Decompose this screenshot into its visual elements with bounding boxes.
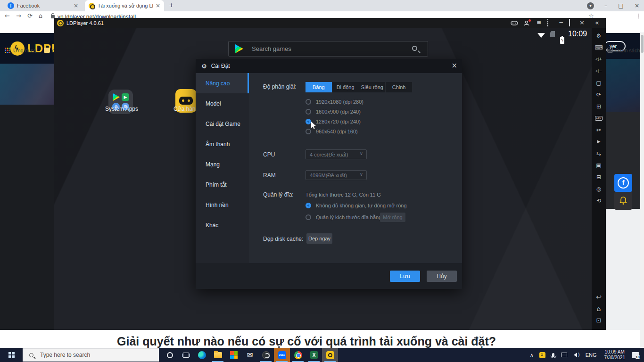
dialog-close-icon[interactable]: ×	[451, 62, 457, 69]
toolbar-shared-folder-icon[interactable]: ⊟	[592, 171, 606, 183]
taskbar-excel[interactable]: X	[306, 348, 322, 362]
taskbar-clock[interactable]: 10:09 AM 7/30/2021	[604, 349, 626, 361]
dialog-header[interactable]: ⚙ Cài Đặt ×	[196, 59, 462, 73]
microphone-tray-icon[interactable]	[552, 353, 554, 357]
android-recents-icon[interactable]: ⊡	[592, 314, 606, 326]
search-icon[interactable]	[412, 46, 417, 51]
taskbar-obs[interactable]	[258, 348, 274, 362]
ld-menu-icon[interactable]: ≡	[537, 19, 541, 25]
sidebar-item-am-thanh[interactable]: Âm thanh	[196, 134, 249, 154]
tray-chevron-icon[interactable]: ∧	[530, 353, 534, 358]
browser-maximize-button[interactable]: □	[614, 0, 628, 11]
res-tab-sieu-rong[interactable]: Siêu rộng	[359, 82, 386, 92]
toolbar-location-icon[interactable]: ◎	[592, 183, 606, 195]
ld-maximize-icon[interactable]	[569, 19, 570, 26]
toolbar-video-record-icon[interactable]: ▶	[592, 136, 606, 148]
tab-facebook[interactable]: f Facebook ×	[4, 0, 82, 11]
scrollbar-thumb[interactable]	[641, 35, 644, 53]
new-tab-button[interactable]: +	[169, 2, 174, 8]
toolbar-operations-icon[interactable]: ⇆	[592, 148, 606, 159]
radio-selected-icon[interactable]	[305, 203, 311, 208]
android-home-icon[interactable]: ⌂	[592, 303, 606, 314]
toolbar-collapse-icon[interactable]: «	[595, 19, 599, 26]
language-indicator[interactable]: ENG	[586, 352, 597, 358]
gamepad-icon[interactable]	[511, 20, 518, 26]
resolution-option-1920[interactable]: 1920x1080 (dpi 280)	[305, 99, 363, 105]
task-view-button[interactable]	[178, 348, 194, 362]
taskbar-search-box[interactable]: Type here to search	[23, 348, 159, 362]
sidebar-item-phim-tat[interactable]: Phím tắt	[196, 174, 249, 195]
tab-close-icon[interactable]: ×	[74, 3, 78, 8]
bookmark-folder-icon[interactable]	[44, 48, 50, 53]
reading-list-icon[interactable]	[607, 48, 613, 53]
ldplayer-titlebar[interactable]: LDPlayer 4.0.61 ≡ − × «	[54, 18, 606, 28]
nav-forward-icon[interactable]: →	[16, 13, 21, 19]
reading-list-label[interactable]: Danh sách đọc	[615, 48, 644, 53]
toolbar-volume-up-icon[interactable]: ◁+	[592, 53, 606, 65]
taskbar-chrome[interactable]	[290, 348, 306, 362]
tab-ldplayer-download[interactable]: Tải xuống và sử dụng LDPlayer t ×	[85, 0, 164, 11]
nav-reload-icon[interactable]: ⟳	[27, 13, 33, 19]
radio-icon[interactable]	[305, 109, 311, 115]
res-tab-bang[interactable]: Bảng	[305, 82, 332, 92]
browser-minimize-button[interactable]: –	[599, 0, 613, 11]
network-tray-icon[interactable]	[561, 353, 567, 357]
taskbar-store[interactable]	[226, 348, 242, 362]
res-tab-di-dong[interactable]: Di động	[332, 82, 359, 92]
radio-icon[interactable]	[305, 214, 311, 220]
cortana-button[interactable]	[162, 348, 178, 362]
sidebar-item-cai-dat-game[interactable]: Cài đặt Game	[196, 114, 249, 134]
taskbar-mail[interactable]: ✉	[242, 348, 258, 362]
cancel-button[interactable]: Hủy	[427, 271, 457, 282]
browser-close-button[interactable]: ×	[630, 0, 644, 11]
android-back-icon[interactable]: ↩	[592, 291, 606, 303]
notification-bell-button[interactable]	[614, 192, 632, 210]
taskbar-ldplayer[interactable]	[322, 348, 338, 362]
toolbar-apk-icon[interactable]: APK	[592, 112, 606, 124]
disk-option-auto[interactable]: Không đủ không gian, tự động mở rộng	[305, 203, 407, 208]
sidebar-item-model[interactable]: Model	[196, 93, 249, 114]
toolbar-settings-icon[interactable]: ⚙	[592, 30, 606, 41]
ld-resize-icon[interactable]	[547, 19, 548, 26]
toolbar-screenshot-icon[interactable]: ✂	[592, 124, 606, 136]
volume-tray-icon[interactable]	[574, 353, 577, 357]
toolbar-keyboard-icon[interactable]: ⌨	[592, 41, 606, 53]
radio-icon[interactable]	[305, 99, 311, 105]
system-apps-label[interactable]: System Apps	[105, 106, 138, 112]
facebook-float-button[interactable]: f	[614, 174, 632, 192]
tab-close-icon[interactable]: ×	[156, 3, 160, 8]
apps-grid-icon[interactable]	[5, 48, 10, 53]
toolbar-sync-icon[interactable]: ⟳	[592, 89, 606, 100]
res-tab-chinh[interactable]: Chỉnh	[386, 82, 412, 92]
browser-menu-icon[interactable]: ⋮	[636, 13, 642, 19]
toolbar-install-icon[interactable]: ⊞	[592, 100, 606, 112]
resolution-option-1600[interactable]: 1600x900 (dpi 240)	[305, 109, 361, 115]
toolbar-rotate-icon[interactable]: ⟲	[592, 195, 606, 206]
store-label[interactable]: Cửa hàng	[173, 106, 198, 112]
taskbar-edge[interactable]	[194, 348, 210, 362]
ld-minimize-icon[interactable]: −	[559, 19, 563, 25]
nav-home-icon[interactable]: ⌂	[39, 13, 42, 19]
clean-cache-button[interactable]: Dẹp ngay	[306, 233, 332, 244]
taskbar-zalo[interactable]: Zalo	[274, 348, 290, 362]
game-search-bar[interactable]: Search games	[228, 41, 428, 57]
page-scrollbar[interactable]	[640, 33, 644, 348]
disk-option-manual[interactable]: Quản lý kích thước đĩa bằng tay	[305, 214, 390, 220]
taskbar-explorer[interactable]	[210, 348, 226, 362]
ram-dropdown[interactable]: 4096M(Đề xuất)∨	[305, 170, 367, 180]
toolbar-shake-icon[interactable]: ▣	[592, 159, 606, 171]
ld-close-icon[interactable]: ×	[579, 19, 585, 25]
action-center-icon[interactable]: 18	[632, 352, 639, 358]
save-button[interactable]: Lưu	[390, 271, 420, 282]
sidebar-item-khac[interactable]: Khác	[196, 215, 249, 235]
sidebar-item-nang-cao[interactable]: Nâng cao	[196, 73, 249, 93]
ldplayer-tray-icon[interactable]	[539, 352, 545, 358]
nav-back-icon[interactable]: ←	[5, 13, 10, 19]
cpu-dropdown[interactable]: 4 cores(Đề xuất)∨	[305, 149, 367, 159]
sidebar-item-mang[interactable]: Mạng	[196, 154, 249, 174]
tab-overflow-button[interactable]: ▾	[587, 2, 594, 9]
disk-expand-button[interactable]: Mở rộng	[380, 213, 405, 222]
toolbar-volume-down-icon[interactable]: ◁−	[592, 65, 606, 77]
start-button[interactable]	[0, 348, 23, 362]
toolbar-fullscreen-icon[interactable]: ▢	[592, 77, 606, 89]
